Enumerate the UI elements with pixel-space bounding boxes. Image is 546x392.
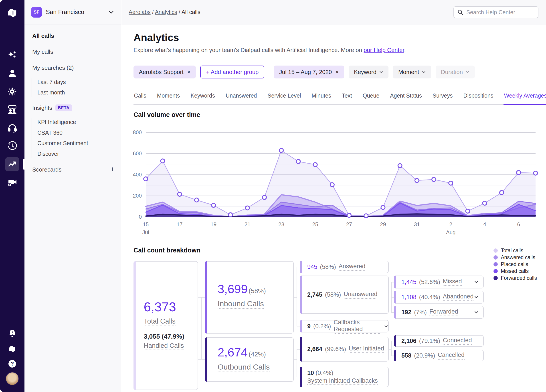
sidebar-item-my-searches[interactable]: My searches (2) bbox=[32, 64, 74, 71]
sidebar-item-last-month[interactable]: Last month bbox=[37, 89, 65, 96]
svg-text:800: 800 bbox=[133, 129, 142, 135]
svg-text:19: 19 bbox=[210, 221, 216, 227]
breadcrumb-link-analytics[interactable]: Analytics bbox=[155, 9, 177, 15]
help-center-link[interactable]: our Help Center bbox=[364, 47, 404, 53]
help-question-icon[interactable]: ? bbox=[0, 358, 25, 370]
connector bbox=[391, 297, 394, 297]
add-group-label: + Add another group bbox=[206, 69, 259, 76]
user-initiated-accent-bar bbox=[300, 337, 302, 361]
svg-text:25: 25 bbox=[312, 221, 318, 227]
connector bbox=[294, 297, 297, 297]
history-clock-icon[interactable] bbox=[0, 140, 25, 152]
svg-text:Aug: Aug bbox=[446, 229, 456, 235]
forwarded-box[interactable]: 192 (7%) Forwarded bbox=[394, 306, 484, 319]
coaching-icon[interactable] bbox=[0, 104, 25, 116]
legend-item-answered: Answered calls bbox=[494, 254, 537, 261]
app-rail: ? bbox=[0, 0, 25, 392]
tab-weekly-averages[interactable]: Weekly Averages bbox=[503, 89, 546, 105]
abandoned-label[interactable]: Abandoned bbox=[443, 293, 474, 301]
dialpad-mini-icon[interactable] bbox=[0, 343, 25, 355]
sidebar-item-all-calls[interactable]: All calls bbox=[32, 32, 54, 39]
add-group-button[interactable]: + Add another group bbox=[200, 66, 264, 78]
keyword-filter-dropdown[interactable]: Keyword bbox=[349, 66, 389, 78]
sidebar-item-customer-sentiment[interactable]: Customer Sentiment bbox=[37, 140, 88, 146]
contacts-icon[interactable] bbox=[0, 67, 25, 80]
date-range-chip[interactable]: Jul 15 – Aug 7, 2020 × bbox=[274, 66, 344, 78]
missed-label[interactable]: Missed bbox=[443, 278, 462, 286]
chevron-down-icon[interactable] bbox=[474, 279, 479, 285]
cancelled-label[interactable]: Cancelled bbox=[438, 352, 465, 360]
sidebar-item-csat-360[interactable]: CSAT 360 bbox=[37, 130, 63, 136]
connected-pct: (79.1%) bbox=[419, 338, 440, 344]
help-search-box[interactable] bbox=[454, 6, 539, 18]
add-scorecard-button[interactable]: + bbox=[110, 166, 114, 172]
remove-group-filter-icon[interactable]: × bbox=[187, 69, 190, 76]
abandoned-box[interactable]: 1,108 (40.4%) Abandoned bbox=[394, 291, 484, 303]
connected-label[interactable]: Connected bbox=[443, 337, 472, 345]
tab-dispositions[interactable]: Dispositions bbox=[463, 89, 494, 104]
settings-gear-icon[interactable] bbox=[0, 85, 25, 98]
breadcrumb-separator: / bbox=[179, 9, 182, 15]
callbacks-label[interactable]: Callbacks Requested bbox=[334, 319, 382, 334]
connector bbox=[297, 326, 300, 326]
remove-date-filter-icon[interactable]: × bbox=[336, 69, 339, 76]
tab-unanswered[interactable]: Unanswered bbox=[225, 89, 257, 104]
user-initiated-label[interactable]: User Initiated bbox=[349, 345, 384, 353]
sidebar-item-scorecards[interactable]: Scorecards bbox=[32, 166, 62, 173]
total-calls-label[interactable]: Total Calls bbox=[144, 317, 176, 326]
tab-agent-status[interactable]: Agent Status bbox=[390, 89, 422, 104]
breadcrumb-link-aerolabs[interactable]: Aerolabs bbox=[129, 9, 151, 15]
sidebar-item-kpi-intelligence[interactable]: KPI Intelligence bbox=[37, 119, 76, 125]
svg-text:200: 200 bbox=[133, 193, 142, 199]
workspace-switcher[interactable]: SF San Francisco bbox=[25, 0, 121, 25]
forwarded-label[interactable]: Forwarded bbox=[429, 308, 458, 316]
handled-calls-label[interactable]: Handled Calls bbox=[144, 342, 184, 350]
tab-keywords[interactable]: Keywords bbox=[190, 89, 215, 104]
analytics-trend-icon[interactable] bbox=[0, 158, 25, 171]
duration-filter-dropdown[interactable]: Duration bbox=[436, 66, 475, 78]
outbound-label[interactable]: Outbound Calls bbox=[218, 363, 270, 372]
svg-text:15: 15 bbox=[143, 221, 149, 227]
ai-sparkle-icon[interactable] bbox=[0, 49, 25, 62]
callbacks-requested-box[interactable]: 9 (0.2%) Callbacks Requested bbox=[300, 320, 389, 332]
notifications-bell-icon[interactable] bbox=[0, 327, 25, 340]
tab-calls[interactable]: Calls bbox=[134, 89, 147, 104]
sidebar-item-my-calls[interactable]: My calls bbox=[32, 48, 53, 55]
support-headset-icon[interactable] bbox=[0, 122, 25, 134]
inbound-label[interactable]: Inbound Calls bbox=[218, 299, 264, 309]
tab-text[interactable]: Text bbox=[341, 89, 352, 104]
tab-queue[interactable]: Queue bbox=[362, 89, 380, 104]
system-label[interactable]: System Initiated Callbacks bbox=[307, 377, 378, 385]
unanswered-accent-bar bbox=[300, 276, 302, 314]
unanswered-pct: (58%) bbox=[325, 291, 341, 298]
meetings-video-icon[interactable] bbox=[0, 177, 25, 189]
chevron-down-icon[interactable] bbox=[384, 324, 388, 329]
chevron-down-icon[interactable] bbox=[108, 9, 114, 15]
chevron-down-icon[interactable] bbox=[474, 295, 479, 300]
sidebar-item-discover[interactable]: Discover bbox=[37, 151, 59, 157]
sidebar-item-insights[interactable]: InsightsBETA bbox=[32, 104, 72, 111]
tab-surveys[interactable]: Surveys bbox=[432, 89, 453, 104]
tab-minutes[interactable]: Minutes bbox=[311, 89, 332, 104]
chevron-down-icon[interactable] bbox=[474, 310, 479, 315]
missed-pct: (52.6%) bbox=[419, 279, 440, 285]
sidebar-item-last-7-days[interactable]: Last 7 days bbox=[37, 79, 66, 85]
abandoned-pct: (40.4%) bbox=[419, 294, 440, 301]
unanswered-label[interactable]: Unanswered bbox=[344, 291, 377, 299]
legend-label: Total calls bbox=[501, 247, 523, 253]
tab-moments[interactable]: Moments bbox=[157, 89, 181, 104]
group-filter-chip[interactable]: Aerolabs Support × bbox=[134, 66, 196, 78]
tab-service-level[interactable]: Service Level bbox=[267, 89, 301, 104]
answered-label[interactable]: Answered bbox=[339, 263, 365, 271]
user-avatar[interactable] bbox=[0, 373, 25, 385]
svg-text:600: 600 bbox=[133, 151, 142, 157]
dialpad-logo-icon[interactable] bbox=[0, 7, 25, 19]
outbound-calls-card: 2,674 (42%) Outbound Calls bbox=[205, 337, 294, 382]
topbar: Aerolabs / Analytics / All calls bbox=[122, 0, 546, 25]
legend-item-placed: Placed calls bbox=[494, 261, 537, 268]
missed-box[interactable]: 1,445 (52.6%) Missed bbox=[394, 276, 484, 288]
moment-filter-dropdown[interactable]: Moment bbox=[393, 66, 431, 78]
search-input[interactable] bbox=[466, 9, 530, 16]
cancelled-box: 558 (20.9%) Cancelled bbox=[394, 350, 484, 361]
cancelled-pct: (20.9%) bbox=[414, 352, 435, 359]
